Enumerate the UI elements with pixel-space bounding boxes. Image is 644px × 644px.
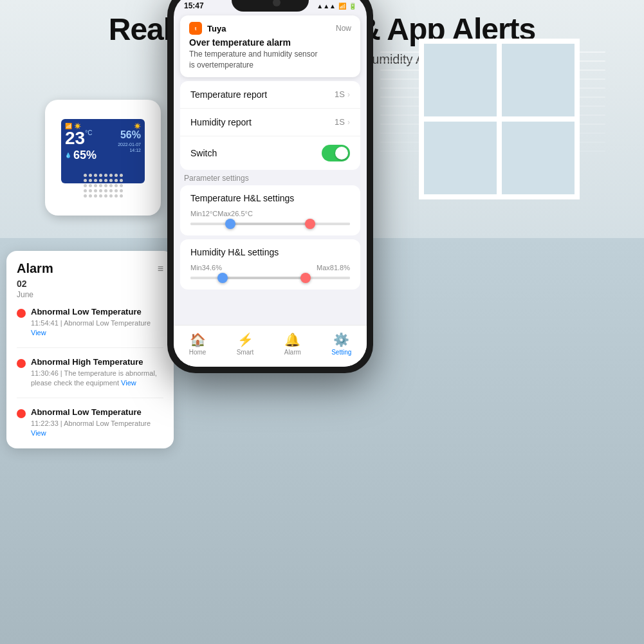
alarm-item-1: Abnormal Low Temperature 11:54:41 | Abno… (17, 307, 163, 348)
device-speaker (84, 174, 122, 199)
alarm-view-link-3[interactable]: View (31, 429, 46, 437)
settings-item-temp-report[interactable]: Temperature report 1S › (180, 81, 360, 109)
temp-min-thumb[interactable] (225, 219, 235, 229)
alarm-content-1: Abnormal Low Temperature 11:54:41 | Abno… (31, 307, 163, 338)
alarm-item-title-1: Abnormal Low Temperature (31, 307, 163, 317)
filter-icon[interactable]: ≡ (158, 263, 163, 275)
temp-hl-title: Temperature H&L settings (190, 193, 350, 203)
nav-home-label: Home (189, 349, 207, 356)
nav-setting[interactable]: ⚙️ Setting (331, 332, 351, 356)
smart-icon: ⚡ (237, 332, 253, 347)
alarm-view-link-1[interactable]: View (31, 329, 46, 336)
humidity-max-thumb[interactable] (300, 273, 311, 283)
alarm-dot-2 (17, 359, 26, 368)
alarm-dot-1 (17, 309, 26, 318)
humidity-min-thumb[interactable] (217, 273, 228, 283)
temp-report-label: Temperature report (190, 89, 267, 100)
humidity-display: 65% (73, 149, 97, 162)
nav-alarm-label: Alarm (284, 349, 301, 356)
alarm-date: 02 (17, 279, 163, 289)
param-section-label: Parameter settings (180, 174, 360, 185)
notif-body: The temperature and humidity sensoris ov… (189, 49, 351, 71)
setting-icon: ⚙️ (333, 332, 349, 347)
phone-notch (232, 0, 309, 12)
alarm-item-desc-1: 11:54:41 | Abnormal Low Temperature View (31, 318, 163, 338)
alarm-item-desc-2: 11:30:46 | The temperature is abnormal,p… (31, 369, 163, 389)
notification: t Tuya Now Over temperature alarm The te… (180, 15, 360, 77)
nav-home[interactable]: 🏠 Home (189, 332, 207, 356)
alarm-item-title-2: Abnormal High Temperature (31, 357, 163, 367)
temp-unit: °C (85, 129, 92, 136)
device-date: 2022-01-07 (118, 142, 141, 147)
status-icons: ▲▲▲ 📶 🔋 (317, 3, 356, 10)
alarm-dot-3 (17, 409, 26, 418)
settings-item-switch[interactable]: Switch (180, 136, 360, 170)
humidity-range-track (190, 277, 350, 279)
notif-header: t Tuya Now (189, 22, 351, 35)
alarm-title: Alarm (17, 261, 53, 276)
temp-range-track (190, 223, 350, 225)
alarm-item-desc-3: 11:22:33 | Abnormal Low Temperature View (31, 419, 163, 439)
humidity-min-label: Min34.6% (190, 264, 222, 271)
tuya-icon: t (189, 22, 202, 35)
chevron-icon-2: › (347, 118, 350, 127)
humidity-max-label: Max81.8% (317, 264, 350, 271)
alarm-item-title-3: Abnormal Low Temperature (31, 407, 163, 417)
notif-time: Now (336, 24, 351, 33)
notif-title: Over temperature alarm (189, 37, 351, 48)
humidity-hl-card: Humidity H&L settings Min34.6% Max81.8% (180, 239, 360, 290)
humidity-hl-title: Humidity H&L settings (190, 247, 350, 257)
humidity-report-value: 1S › (335, 117, 350, 127)
nav-smart-label: Smart (237, 349, 254, 356)
alarm-content-3: Abnormal Low Temperature 11:22:33 | Abno… (31, 407, 163, 439)
camera (273, 0, 281, 6)
temp-hl-card: Temperature H&L settings Min12°CMax26.5°… (180, 185, 360, 235)
device-container: 📶☀️ 23 °C 💧 65% ☀️ 56% 2022-01-07 14: (45, 100, 174, 235)
alarm-header: Alarm ≡ (17, 261, 163, 276)
humidity-report-label: Humidity report (190, 117, 252, 127)
phone-screen: 15:47 ▲▲▲ 📶 🔋 t Tuya Now Over temperatur… (174, 0, 367, 367)
sun-humidity: 56% (118, 129, 141, 141)
notif-app: t Tuya (189, 22, 226, 35)
device-time: 14:12 (118, 148, 141, 152)
phone-container: 15:47 ▲▲▲ 📶 🔋 t Tuya Now Over temperatur… (167, 0, 380, 386)
temp-display: 23 (65, 129, 85, 147)
chevron-icon: › (347, 90, 350, 99)
home-icon: 🏠 (190, 332, 206, 347)
phone-bottom-nav: 🏠 Home ⚡ Smart 🔔 Alarm ⚙️ Setting (174, 325, 367, 367)
window-frame (419, 39, 580, 199)
alarm-content-2: Abnormal High Temperature 11:30:46 | The… (31, 357, 163, 389)
temp-max-thumb[interactable] (305, 219, 315, 229)
alarm-month: June (17, 290, 163, 299)
settings-item-humidity-report[interactable]: Humidity report 1S › (180, 109, 360, 136)
alarm-view-link-2[interactable]: View (121, 379, 136, 387)
notif-app-name: Tuya (207, 24, 226, 33)
param-section: Parameter settings Temperature H&L setti… (180, 174, 360, 290)
nav-smart[interactable]: ⚡ Smart (237, 332, 254, 356)
settings-list: Temperature report 1S › Humidity report … (180, 81, 360, 170)
switch-label: Switch (190, 148, 217, 158)
device-body: 📶☀️ 23 °C 💧 65% ☀️ 56% 2022-01-07 14: (45, 100, 161, 216)
phone-body: 15:47 ▲▲▲ 📶 🔋 t Tuya Now Over temperatur… (167, 0, 373, 373)
alarm-item-2: Abnormal High Temperature 11:30:46 | The… (17, 357, 163, 398)
temp-report-value: 1S › (335, 89, 350, 99)
temp-range-label: Min12°CMax26.5°C (190, 210, 350, 217)
alarm-panel: Alarm ≡ 02 June Abnormal Low Temperature… (6, 251, 174, 448)
alarm-icon: 🔔 (284, 332, 300, 347)
status-time: 15:47 (184, 1, 204, 10)
nav-alarm[interactable]: 🔔 Alarm (284, 332, 301, 356)
nav-setting-label: Setting (331, 349, 351, 356)
switch-toggle[interactable] (322, 145, 350, 161)
alarm-item-3: Abnormal Low Temperature 11:22:33 | Abno… (17, 407, 163, 439)
